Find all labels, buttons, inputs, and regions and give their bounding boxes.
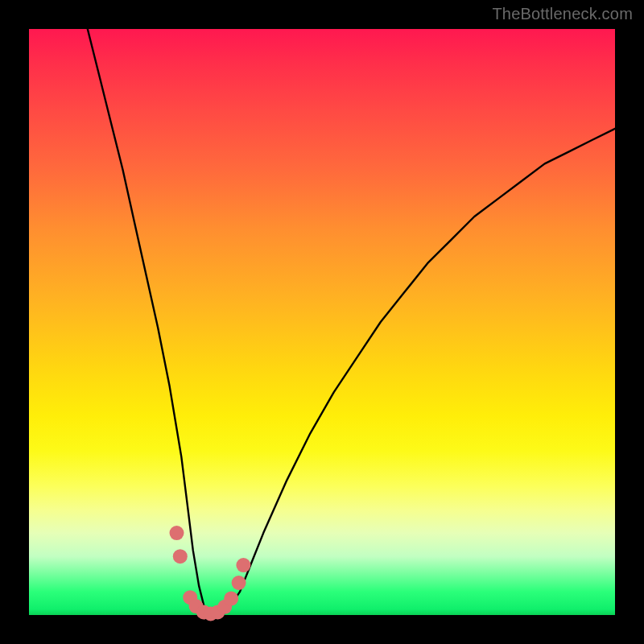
marker-dot [232, 576, 246, 590]
marker-dot [224, 592, 238, 606]
marker-dot [170, 526, 184, 540]
watermark-text: TheBottleneck.com [492, 5, 633, 23]
marker-dot [236, 558, 250, 572]
chart-frame: TheBottleneck.com [0, 0, 644, 644]
marker-dots-group [170, 526, 251, 621]
chart-svg [29, 29, 615, 615]
bottleneck-curve-path [88, 29, 615, 615]
plot-area [29, 29, 615, 615]
marker-dot [173, 549, 188, 564]
